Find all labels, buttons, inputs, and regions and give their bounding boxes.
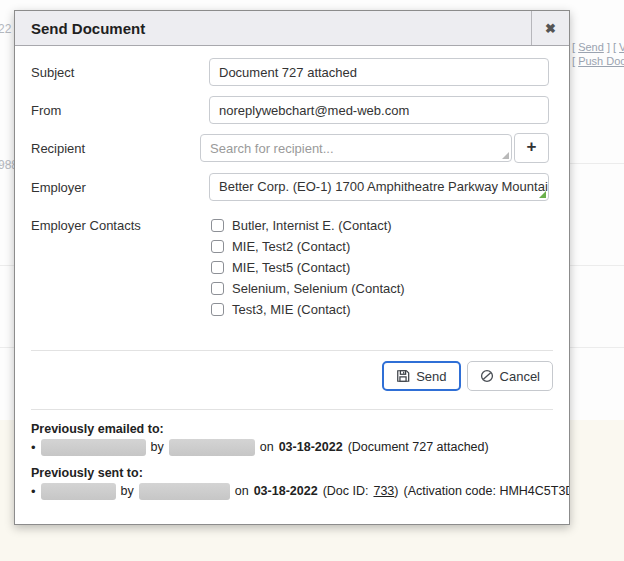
doc-id-suffix: ) [394,484,398,498]
subject-input[interactable] [209,58,549,86]
activation-code-text: (Activation code: HMH4C5T3DHUR) [404,484,571,498]
history-section: Previously emailed to: • by on 03-18-202… [15,410,569,500]
doc-id-prefix: (Doc ID: [323,484,369,498]
send-button[interactable]: Send [382,361,460,391]
subject-row: Subject [31,58,549,86]
contact-option-label: MIE, Test2 (Contact) [232,239,350,254]
sent-date: 03-18-2022 [254,484,318,498]
contact-checkbox[interactable] [211,282,224,295]
contact-checkbox[interactable] [211,240,224,253]
contact-option-label: Test3, MIE (Contact) [232,302,350,317]
close-icon: ✖ [545,21,556,36]
employer-row: Employer Better Corp. (EO-1) 1700 Amphit… [31,173,549,201]
save-icon [396,369,410,383]
by-text: by [151,440,164,454]
on-text: on [235,484,249,498]
redacted-recipient [41,483,116,500]
contact-option[interactable]: MIE, Test5 (Contact) [211,257,549,278]
recipient-row: Recipient + [31,134,549,163]
modal-footer: Send Cancel [31,350,553,401]
contact-checkbox[interactable] [211,219,224,232]
by-text: by [121,484,134,498]
background-send-link[interactable]: Send [578,41,604,53]
contact-option[interactable]: MIE, Test2 (Contact) [211,236,549,257]
background-push-doc-link[interactable]: Push Doc [578,55,624,67]
cancel-button-label: Cancel [500,369,540,384]
contact-option[interactable]: Selenium, Selenium (Contact) [211,278,549,299]
bullet: • [31,485,36,498]
previously-sent-heading: Previously sent to: [31,466,553,480]
resize-grip-icon[interactable] [502,152,509,159]
contact-option[interactable]: Butler, Internist E. (Contact) [211,215,549,236]
bracket: ] [ [604,41,619,53]
modal-body: Subject From Recipient + Employer [15,46,569,320]
employer-contacts-label: Employer Contacts [31,211,211,320]
previously-emailed-heading: Previously emailed to: [31,422,553,436]
background-links-row-2: [ Push Doc [572,54,624,68]
recipient-search-input[interactable] [201,135,511,161]
from-input[interactable] [209,96,549,124]
on-text: on [260,440,274,454]
previously-emailed-entry: • by on 03-18-2022 (Document 727 attache… [31,438,553,456]
background-links-row-1: [ Send ] [ V [572,40,624,54]
add-recipient-button[interactable]: + [514,133,549,163]
emailed-note: (Document 727 attached) [348,440,489,454]
plus-icon: + [527,137,537,156]
contact-checkbox[interactable] [211,261,224,274]
resize-grip-icon[interactable] [539,191,546,198]
from-row: From [31,96,549,124]
modal-title: Send Document [15,11,531,45]
emailed-date: 03-18-2022 [279,440,343,454]
contact-option-label: Butler, Internist E. (Contact) [232,218,392,233]
doc-id-link[interactable]: 733 [373,484,394,498]
recipient-search-field [200,134,512,162]
send-button-label: Send [416,369,446,384]
background-action-links: [ Send ] [ V [ Push Doc [572,40,624,68]
modal-header: Send Document ✖ [15,11,569,46]
employer-contacts-list: Butler, Internist E. (Contact) MIE, Test… [211,211,549,320]
contact-option[interactable]: Test3, MIE (Contact) [211,299,549,320]
redacted-recipient [41,439,146,456]
employer-select[interactable]: Better Corp. (EO-1) 1700 Amphitheatre Pa… [209,173,549,201]
background-partial-number: 22 [0,22,11,36]
cancel-icon [480,369,494,383]
background-view-link[interactable]: V [619,41,624,53]
bullet: • [31,441,36,454]
contact-checkbox[interactable] [211,303,224,316]
cancel-button[interactable]: Cancel [467,361,553,391]
subject-label: Subject [31,58,209,86]
employer-label: Employer [31,173,209,201]
employer-contacts-row: Employer Contacts Butler, Internist E. (… [31,211,549,320]
contact-option-label: Selenium, Selenium (Contact) [232,281,405,296]
from-label: From [31,96,209,124]
previously-sent-entry: • by on 03-18-2022 (Doc ID: 733) (Activa… [31,482,553,500]
employer-selected-value: Better Corp. (EO-1) 1700 Amphitheatre Pa… [219,179,549,194]
contact-option-label: MIE, Test5 (Contact) [232,260,350,275]
recipient-label: Recipient [31,134,200,163]
redacted-sender [169,439,255,456]
close-button[interactable]: ✖ [531,11,569,45]
send-document-modal: Send Document ✖ Subject From Recipient + [14,10,570,525]
redacted-sender [139,483,230,500]
